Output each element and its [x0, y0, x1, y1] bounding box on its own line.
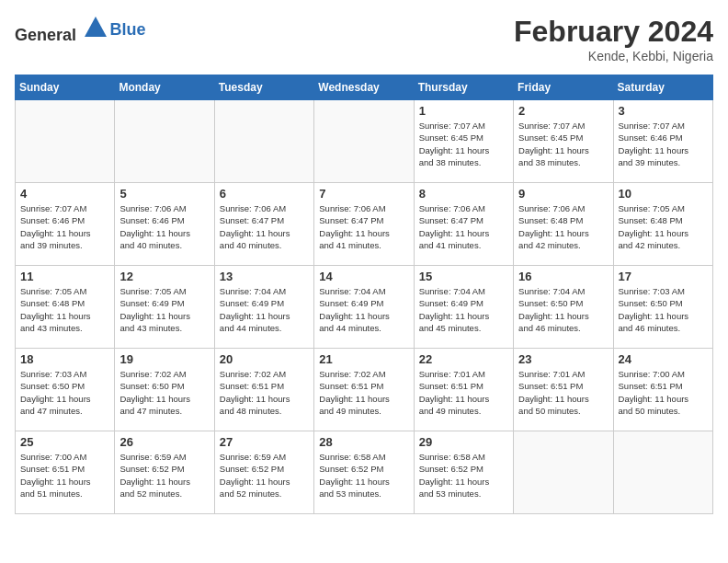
calendar-week-1: 1Sunrise: 7:07 AM Sunset: 6:45 PM Daylig… — [16, 100, 713, 183]
location-subtitle: Kende, Kebbi, Nigeria — [514, 49, 713, 63]
logo: General Blue — [15, 15, 146, 45]
day-info: Sunrise: 6:58 AM Sunset: 6:52 PM Dayligh… — [319, 451, 408, 500]
day-info: Sunrise: 7:02 AM Sunset: 6:51 PM Dayligh… — [220, 368, 309, 417]
svg-marker-0 — [85, 17, 107, 37]
day-info: Sunrise: 7:07 AM Sunset: 6:46 PM Dayligh… — [20, 202, 109, 251]
day-number: 10 — [619, 187, 708, 201]
logo-general: General — [15, 26, 76, 44]
title-section: February 2024 Kende, Kebbi, Nigeria — [514, 15, 713, 63]
day-info: Sunrise: 6:59 AM Sunset: 6:52 PM Dayligh… — [119, 451, 209, 500]
weekday-header-sunday: Sunday — [16, 75, 115, 100]
calendar-cell: 25Sunrise: 7:00 AM Sunset: 6:51 PM Dayli… — [16, 431, 115, 514]
day-number: 14 — [319, 270, 408, 283]
calendar-week-2: 4Sunrise: 7:07 AM Sunset: 6:46 PM Daylig… — [16, 183, 713, 266]
logo-blue: Blue — [110, 20, 146, 39]
day-number: 3 — [619, 104, 708, 118]
weekday-header-wednesday: Wednesday — [314, 75, 414, 100]
day-number: 29 — [419, 435, 508, 449]
day-info: Sunrise: 7:04 AM Sunset: 6:49 PM Dayligh… — [220, 285, 309, 334]
calendar-cell: 13Sunrise: 7:04 AM Sunset: 6:49 PM Dayli… — [214, 266, 313, 349]
calendar-cell: 14Sunrise: 7:04 AM Sunset: 6:49 PM Dayli… — [314, 266, 414, 349]
day-info: Sunrise: 7:06 AM Sunset: 6:48 PM Dayligh… — [518, 202, 608, 251]
day-info: Sunrise: 7:04 AM Sunset: 6:50 PM Dayligh… — [518, 285, 608, 334]
calendar-cell: 26Sunrise: 6:59 AM Sunset: 6:52 PM Dayli… — [115, 431, 214, 514]
day-number: 4 — [20, 187, 109, 201]
calendar-cell — [613, 431, 712, 514]
calendar-week-3: 11Sunrise: 7:05 AM Sunset: 6:48 PM Dayli… — [16, 266, 713, 349]
calendar-cell: 29Sunrise: 6:58 AM Sunset: 6:52 PM Dayli… — [414, 431, 513, 514]
calendar-cell: 3Sunrise: 7:07 AM Sunset: 6:46 PM Daylig… — [613, 100, 712, 183]
calendar-cell — [214, 100, 313, 183]
calendar-cell: 24Sunrise: 7:00 AM Sunset: 6:51 PM Dayli… — [613, 349, 712, 431]
calendar-cell: 4Sunrise: 7:07 AM Sunset: 6:46 PM Daylig… — [16, 183, 115, 266]
day-number: 24 — [619, 352, 708, 366]
day-number: 13 — [220, 270, 309, 283]
day-info: Sunrise: 7:05 AM Sunset: 6:48 PM Dayligh… — [619, 202, 708, 251]
day-info: Sunrise: 7:03 AM Sunset: 6:50 PM Dayligh… — [619, 285, 708, 334]
day-number: 15 — [419, 270, 508, 283]
calendar-cell — [115, 100, 214, 183]
day-number: 1 — [419, 104, 508, 118]
calendar-cell: 20Sunrise: 7:02 AM Sunset: 6:51 PM Dayli… — [214, 349, 313, 431]
weekday-header-friday: Friday — [514, 75, 613, 100]
day-info: Sunrise: 7:05 AM Sunset: 6:48 PM Dayligh… — [20, 285, 109, 334]
calendar-cell — [16, 100, 115, 183]
weekday-header-monday: Monday — [115, 75, 214, 100]
calendar-cell: 7Sunrise: 7:06 AM Sunset: 6:47 PM Daylig… — [314, 183, 414, 266]
day-number: 9 — [518, 187, 608, 201]
logo-icon — [83, 15, 108, 40]
day-number: 26 — [119, 435, 209, 449]
day-number: 6 — [220, 187, 309, 201]
day-info: Sunrise: 7:03 AM Sunset: 6:50 PM Dayligh… — [20, 368, 109, 417]
weekday-header-row: SundayMondayTuesdayWednesdayThursdayFrid… — [16, 75, 713, 100]
calendar-cell: 21Sunrise: 7:02 AM Sunset: 6:51 PM Dayli… — [314, 349, 414, 431]
day-info: Sunrise: 7:07 AM Sunset: 6:46 PM Dayligh… — [619, 120, 708, 168]
day-info: Sunrise: 7:07 AM Sunset: 6:45 PM Dayligh… — [419, 120, 508, 168]
weekday-header-thursday: Thursday — [414, 75, 513, 100]
calendar-cell: 23Sunrise: 7:01 AM Sunset: 6:51 PM Dayli… — [514, 349, 613, 431]
calendar-cell: 19Sunrise: 7:02 AM Sunset: 6:50 PM Dayli… — [115, 349, 214, 431]
day-number: 23 — [518, 352, 608, 366]
day-number: 21 — [319, 352, 408, 366]
calendar-cell: 2Sunrise: 7:07 AM Sunset: 6:45 PM Daylig… — [514, 100, 613, 183]
calendar-cell: 9Sunrise: 7:06 AM Sunset: 6:48 PM Daylig… — [514, 183, 613, 266]
day-number: 19 — [119, 352, 209, 366]
calendar-cell: 8Sunrise: 7:06 AM Sunset: 6:47 PM Daylig… — [414, 183, 513, 266]
day-info: Sunrise: 7:06 AM Sunset: 6:47 PM Dayligh… — [419, 202, 508, 251]
day-number: 12 — [119, 270, 209, 283]
day-info: Sunrise: 6:59 AM Sunset: 6:52 PM Dayligh… — [220, 451, 309, 500]
calendar-cell: 16Sunrise: 7:04 AM Sunset: 6:50 PM Dayli… — [514, 266, 613, 349]
calendar-table: SundayMondayTuesdayWednesdayThursdayFrid… — [15, 75, 713, 514]
day-number: 8 — [419, 187, 508, 201]
day-number: 11 — [20, 270, 109, 283]
day-info: Sunrise: 7:05 AM Sunset: 6:49 PM Dayligh… — [119, 285, 209, 334]
calendar-cell: 6Sunrise: 7:06 AM Sunset: 6:47 PM Daylig… — [214, 183, 313, 266]
day-number: 28 — [319, 435, 408, 449]
day-info: Sunrise: 7:07 AM Sunset: 6:45 PM Dayligh… — [518, 120, 608, 168]
calendar-cell — [314, 100, 414, 183]
calendar-cell: 27Sunrise: 6:59 AM Sunset: 6:52 PM Dayli… — [214, 431, 313, 514]
calendar-cell: 22Sunrise: 7:01 AM Sunset: 6:51 PM Dayli… — [414, 349, 513, 431]
month-year-title: February 2024 — [514, 15, 713, 49]
day-number: 5 — [119, 187, 209, 201]
day-info: Sunrise: 7:04 AM Sunset: 6:49 PM Dayligh… — [419, 285, 508, 334]
day-info: Sunrise: 7:01 AM Sunset: 6:51 PM Dayligh… — [518, 368, 608, 417]
weekday-header-tuesday: Tuesday — [214, 75, 313, 100]
day-info: Sunrise: 7:02 AM Sunset: 6:50 PM Dayligh… — [119, 368, 209, 417]
day-number: 2 — [518, 104, 608, 118]
calendar-cell: 10Sunrise: 7:05 AM Sunset: 6:48 PM Dayli… — [613, 183, 712, 266]
calendar-cell: 1Sunrise: 7:07 AM Sunset: 6:45 PM Daylig… — [414, 100, 513, 183]
calendar-cell — [514, 431, 613, 514]
day-info: Sunrise: 7:00 AM Sunset: 6:51 PM Dayligh… — [619, 368, 708, 417]
day-info: Sunrise: 7:01 AM Sunset: 6:51 PM Dayligh… — [419, 368, 508, 417]
calendar-cell: 28Sunrise: 6:58 AM Sunset: 6:52 PM Dayli… — [314, 431, 414, 514]
day-number: 18 — [20, 352, 109, 366]
day-info: Sunrise: 7:06 AM Sunset: 6:46 PM Dayligh… — [119, 202, 209, 251]
page-header: General Blue February 2024 Kende, Kebbi,… — [15, 15, 713, 63]
day-info: Sunrise: 7:04 AM Sunset: 6:49 PM Dayligh… — [319, 285, 408, 334]
day-number: 16 — [518, 270, 608, 283]
day-info: Sunrise: 7:00 AM Sunset: 6:51 PM Dayligh… — [20, 451, 109, 500]
day-number: 17 — [619, 270, 708, 283]
day-number: 20 — [220, 352, 309, 366]
calendar-cell: 5Sunrise: 7:06 AM Sunset: 6:46 PM Daylig… — [115, 183, 214, 266]
